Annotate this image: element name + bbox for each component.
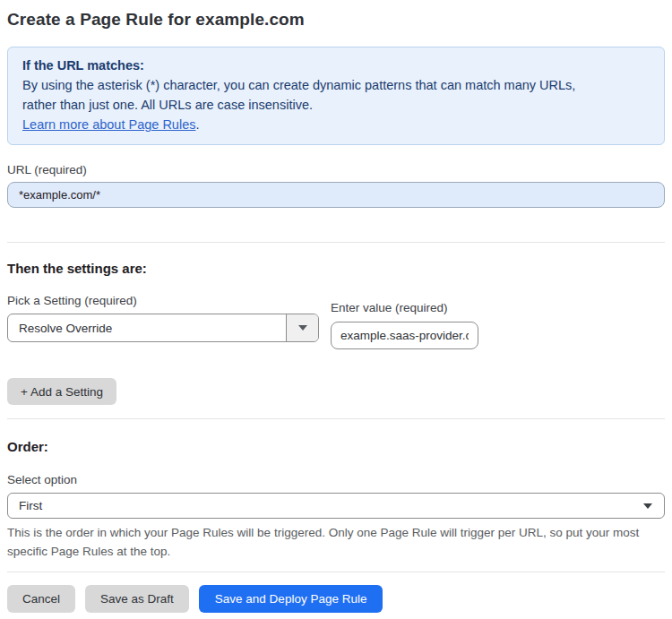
page-title: Create a Page Rule for example.com <box>7 10 665 30</box>
create-page-rule-form: Create a Page Rule for example.com If th… <box>0 10 672 613</box>
setting-value-column: Enter value (required) <box>331 294 478 349</box>
url-label: URL (required) <box>7 163 665 176</box>
order-section-heading: Order: <box>7 439 665 454</box>
url-match-info-box: If the URL matches: By using the asteris… <box>7 47 665 145</box>
settings-row: Pick a Setting (required) Resolve Overri… <box>7 294 665 349</box>
setting-value-input[interactable] <box>331 322 478 349</box>
setting-select-value: Resolve Override <box>8 322 286 335</box>
divider <box>7 572 665 572</box>
save-and-deploy-button[interactable]: Save and Deploy Page Rule <box>199 585 383 613</box>
order-select[interactable]: First <box>7 493 665 519</box>
setting-value-label: Enter value (required) <box>331 301 478 314</box>
order-help-text: This is the order in which your Page Rul… <box>7 523 656 561</box>
settings-section-heading: Then the settings are: <box>7 261 665 276</box>
learn-more-link[interactable]: Learn more about Page Rules <box>22 117 195 132</box>
link-suffix-text: . <box>195 117 199 132</box>
setting-picker-label: Pick a Setting (required) <box>7 294 319 307</box>
chevron-down-icon <box>643 503 652 509</box>
setting-picker-column: Pick a Setting (required) Resolve Overri… <box>7 294 319 342</box>
order-select-label: Select option <box>7 473 665 486</box>
divider <box>7 242 665 243</box>
info-box-link-line: Learn more about Page Rules. <box>22 115 650 134</box>
footer-actions: Cancel Save as Draft Save and Deploy Pag… <box>7 585 665 613</box>
cancel-button[interactable]: Cancel <box>7 585 75 613</box>
chevron-down-icon <box>298 325 307 331</box>
info-box-body: By using the asterisk (*) character, you… <box>22 75 596 115</box>
divider <box>7 418 665 419</box>
save-as-draft-button[interactable]: Save as Draft <box>85 585 189 613</box>
order-select-value: First <box>8 499 643 512</box>
setting-select-arrow-button[interactable] <box>286 314 318 341</box>
add-setting-button[interactable]: + Add a Setting <box>7 378 116 405</box>
info-box-heading: If the URL matches: <box>22 56 650 75</box>
url-input[interactable] <box>7 182 665 208</box>
setting-select[interactable]: Resolve Override <box>7 314 319 342</box>
